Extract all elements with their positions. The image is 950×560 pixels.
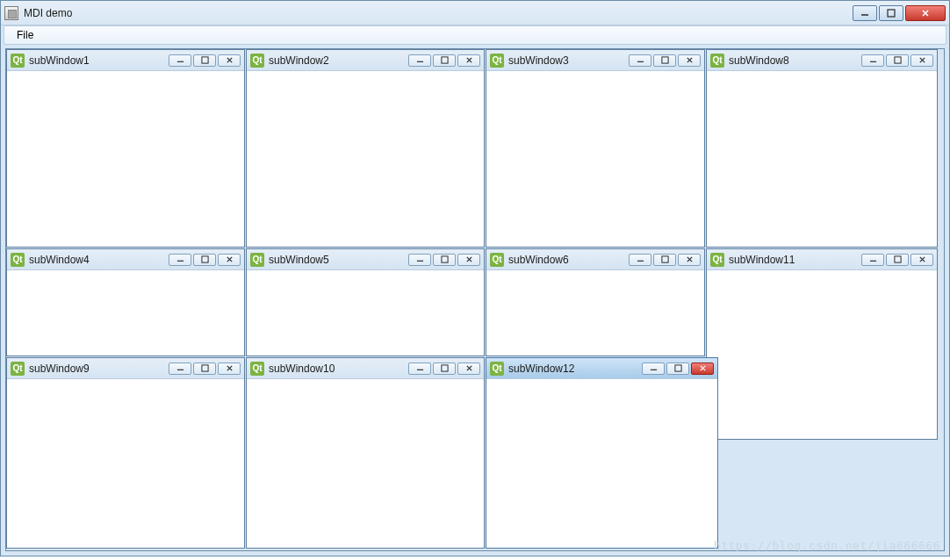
subwindow-content [8, 271, 243, 355]
minimize-icon [637, 255, 644, 263]
sub-close-button[interactable] [691, 363, 714, 375]
sub-close-button[interactable] [218, 254, 241, 266]
sub-close-button[interactable] [457, 363, 480, 375]
sub-close-button[interactable] [910, 254, 933, 266]
main-close-button[interactable] [905, 5, 946, 21]
subwindow-title: subWindow3 [508, 54, 629, 67]
sub-maximize-button[interactable] [193, 254, 216, 266]
svg-rect-6 [441, 256, 447, 262]
subwindow-controls [861, 54, 933, 67]
subwindow-content [487, 271, 703, 355]
subwindow-titlebar[interactable]: QtsubWindow10 [247, 358, 484, 379]
svg-rect-3 [661, 57, 667, 63]
subwindow-title: subWindow8 [729, 54, 861, 67]
close-icon [226, 255, 234, 263]
subwindow-title: subWindow4 [29, 254, 169, 266]
subwindow-titlebar[interactable]: QtsubWindow6 [486, 249, 704, 270]
sub-maximize-button[interactable] [193, 54, 216, 67]
svg-rect-5 [201, 256, 207, 262]
subwindow-9[interactable]: QtsubWindow9 [6, 357, 245, 549]
minimize-icon [416, 255, 424, 263]
close-icon [465, 255, 473, 263]
subwindow-titlebar[interactable]: QtsubWindow8 [707, 50, 937, 71]
sub-close-button[interactable] [457, 254, 480, 266]
sub-minimize-button[interactable] [408, 254, 431, 266]
sub-maximize-button[interactable] [433, 254, 456, 266]
maximize-icon [894, 56, 902, 64]
sub-minimize-button[interactable] [861, 254, 884, 266]
subwindow-titlebar[interactable]: QtsubWindow9 [7, 358, 244, 379]
qt-icon: Qt [490, 54, 504, 68]
mdi-area[interactable]: QtsubWindow1QtsubWindow2QtsubWindow3Qtsu… [5, 48, 945, 551]
subwindow-4[interactable]: QtsubWindow4 [6, 248, 245, 356]
subwindow-controls [629, 54, 701, 67]
subwindow-1[interactable]: QtsubWindow1 [6, 49, 245, 248]
sub-maximize-button[interactable] [193, 363, 216, 375]
qt-icon: Qt [710, 253, 724, 267]
subwindow-8[interactable]: QtsubWindow8 [706, 49, 938, 248]
subwindow-title: subWindow1 [29, 54, 169, 67]
subwindow-11[interactable]: QtsubWindow11 [706, 248, 938, 440]
sub-close-button[interactable] [218, 54, 241, 67]
sub-maximize-button[interactable] [886, 54, 909, 67]
sub-minimize-button[interactable] [408, 54, 431, 67]
subwindow-2[interactable]: QtsubWindow2 [246, 49, 485, 248]
subwindow-content [248, 271, 483, 355]
close-icon [921, 9, 930, 18]
main-minimize-button[interactable] [853, 5, 877, 21]
subwindow-titlebar[interactable]: QtsubWindow4 [7, 249, 244, 270]
subwindow-titlebar[interactable]: QtsubWindow1 [7, 50, 244, 71]
maximize-icon [201, 56, 209, 64]
sub-minimize-button[interactable] [629, 54, 651, 67]
close-icon [686, 255, 694, 263]
sub-maximize-button[interactable] [653, 254, 676, 266]
subwindow-titlebar[interactable]: QtsubWindow2 [247, 50, 484, 71]
sub-minimize-button[interactable] [629, 254, 651, 266]
subwindow-controls [169, 363, 241, 375]
subwindow-titlebar[interactable]: QtsubWindow5 [247, 249, 484, 270]
sub-close-button[interactable] [457, 54, 480, 67]
menu-file[interactable]: File [10, 27, 40, 43]
subwindow-12[interactable]: QtsubWindow12 [486, 357, 718, 549]
sub-minimize-button[interactable] [169, 54, 191, 67]
sub-maximize-button[interactable] [886, 254, 909, 266]
subwindow-3[interactable]: QtsubWindow3 [486, 49, 705, 248]
subwindow-controls [629, 254, 701, 266]
subwindow-content [248, 380, 483, 547]
subwindow-6[interactable]: QtsubWindow6 [486, 248, 705, 356]
sub-maximize-button[interactable] [433, 54, 456, 67]
maximize-icon [887, 9, 896, 18]
sub-maximize-button[interactable] [666, 363, 689, 375]
subwindow-titlebar[interactable]: QtsubWindow3 [486, 50, 704, 71]
sub-close-button[interactable] [910, 54, 933, 67]
minimize-icon [860, 9, 869, 18]
sub-close-button[interactable] [678, 54, 701, 67]
sub-minimize-button[interactable] [169, 363, 191, 375]
close-icon [918, 255, 926, 263]
sub-maximize-button[interactable] [653, 54, 676, 67]
subwindow-titlebar[interactable]: QtsubWindow11 [707, 249, 937, 270]
main-window-title: MDI demo [24, 7, 851, 19]
close-icon [699, 364, 707, 372]
subwindow-5[interactable]: QtsubWindow5 [246, 248, 485, 356]
minimize-icon [869, 255, 877, 263]
close-icon [226, 56, 234, 64]
maximize-icon [661, 255, 669, 263]
subwindow-10[interactable]: QtsubWindow10 [246, 357, 485, 549]
sub-minimize-button[interactable] [169, 254, 191, 266]
main-window: MDI demo File QtsubWindow1QtsubWindow2Qt… [0, 0, 950, 556]
sub-minimize-button[interactable] [408, 363, 431, 375]
svg-rect-4 [894, 57, 900, 63]
svg-rect-8 [894, 256, 900, 262]
subwindow-title: subWindow12 [508, 363, 642, 375]
subwindow-title: subWindow10 [269, 363, 408, 375]
main-titlebar[interactable]: MDI demo [1, 1, 949, 25]
sub-maximize-button[interactable] [433, 363, 456, 375]
subwindow-titlebar[interactable]: QtsubWindow12 [486, 358, 717, 379]
sub-minimize-button[interactable] [642, 363, 665, 375]
main-maximize-button[interactable] [879, 5, 903, 21]
sub-close-button[interactable] [678, 254, 701, 266]
sub-minimize-button[interactable] [861, 54, 884, 67]
sub-close-button[interactable] [218, 363, 241, 375]
minimize-icon [869, 56, 877, 64]
